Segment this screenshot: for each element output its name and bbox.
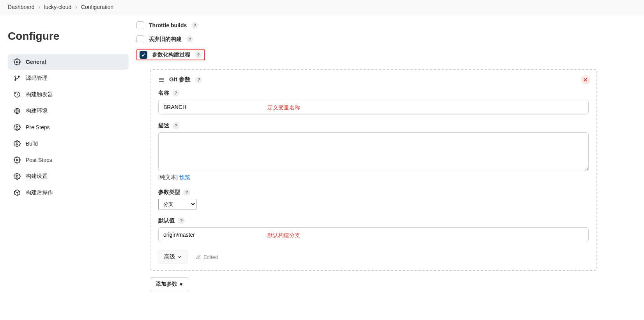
gear-icon xyxy=(13,140,21,148)
sidebar-item-general[interactable]: General xyxy=(8,54,129,70)
param-type-label: 参数类型 xyxy=(158,189,180,196)
sidebar-item-label: Pre Steps xyxy=(26,124,50,130)
svg-point-1 xyxy=(15,76,16,77)
help-icon[interactable]: ? xyxy=(195,51,202,58)
annotation-default: 默认构建分支 xyxy=(267,232,300,239)
discard-label: 丢弃旧的构建 xyxy=(149,36,182,43)
close-button[interactable]: ✕ xyxy=(581,75,590,84)
default-label: 默认值 xyxy=(158,217,175,224)
chevron-down-icon xyxy=(177,255,182,259)
pencil-icon xyxy=(196,254,201,260)
name-field-group: 名称 ? 定义变量名称 xyxy=(158,90,589,114)
git-param-panel: ✕ Git 参数 ? 名称 ? 定义变量名称 描述 ? xyxy=(150,69,597,271)
sidebar-item-label: 源码管理 xyxy=(26,75,48,82)
desc-field-group: 描述 ? [纯文本] 预览 xyxy=(158,122,589,181)
edited-text: Edited xyxy=(203,254,218,260)
sidebar: General 源码管理 构建触发器 构建环境 xyxy=(8,54,129,200)
default-field-group: 默认值 ? 默认构建分支 xyxy=(158,217,589,242)
sidebar-item-label: 构建后操作 xyxy=(26,189,53,196)
help-icon[interactable]: ? xyxy=(195,76,202,83)
breadcrumb-item-configuration[interactable]: Configuration xyxy=(81,4,113,10)
parameterize-label: 参数化构建过程 xyxy=(152,51,190,58)
svg-point-2 xyxy=(18,76,19,77)
edited-indicator: Edited xyxy=(196,254,218,260)
param-type-select[interactable]: 分支 xyxy=(158,199,196,209)
help-icon[interactable]: ? xyxy=(172,122,179,129)
desc-textarea[interactable] xyxy=(158,132,589,171)
svg-point-7 xyxy=(16,159,18,161)
option-parameterize: 参数化构建过程 ? xyxy=(136,46,597,63)
breadcrumb: Dashboard › lucky-cloud › Configuration xyxy=(0,0,644,14)
help-icon[interactable]: ? xyxy=(178,217,185,224)
sidebar-item-scm[interactable]: 源码管理 xyxy=(8,70,129,86)
sidebar-item-environment[interactable]: 构建环境 xyxy=(8,103,129,119)
highlight-box: 参数化构建过程 ? xyxy=(136,49,205,60)
sidebar-item-label: General xyxy=(26,59,46,65)
gear-icon xyxy=(13,58,21,66)
help-icon[interactable]: ? xyxy=(172,90,179,97)
help-icon[interactable]: ? xyxy=(183,189,190,196)
desc-label: 描述 xyxy=(158,122,169,129)
svg-point-8 xyxy=(16,176,18,178)
discard-checkbox[interactable] xyxy=(136,35,144,43)
breadcrumb-item-project[interactable]: lucky-cloud xyxy=(44,4,71,10)
caret-down-icon: ▾ xyxy=(180,281,182,287)
add-param-label: 添加参数 xyxy=(156,281,177,288)
sidebar-item-post-steps[interactable]: Post Steps xyxy=(8,152,129,168)
sidebar-item-label: Build xyxy=(26,141,38,147)
sidebar-item-label: Post Steps xyxy=(26,157,52,163)
add-param-button[interactable]: 添加参数 ▾ xyxy=(150,277,188,291)
plain-text-row: [纯文本] 预览 xyxy=(158,174,589,181)
page-title: Configure xyxy=(8,30,129,42)
sidebar-item-build-settings[interactable]: 构建设置 xyxy=(8,169,129,184)
throttle-label: Throttle builds xyxy=(149,22,187,28)
advanced-button[interactable]: 高级 xyxy=(158,250,188,264)
plain-text-prefix: [纯文本] xyxy=(158,174,179,180)
parameterize-checkbox[interactable] xyxy=(140,51,147,59)
box-icon xyxy=(13,189,21,197)
annotation-name: 定义变量名称 xyxy=(267,104,300,111)
branch-icon xyxy=(13,74,21,82)
breadcrumb-item-dashboard[interactable]: Dashboard xyxy=(8,4,35,10)
gear-icon xyxy=(13,172,21,180)
option-throttle: Throttle builds ? xyxy=(136,18,597,32)
drag-handle-icon[interactable] xyxy=(158,77,165,83)
sidebar-item-pre-steps[interactable]: Pre Steps xyxy=(8,120,129,135)
globe-icon xyxy=(13,107,21,115)
sidebar-item-build[interactable]: Build xyxy=(8,136,129,151)
name-label: 名称 xyxy=(158,90,169,97)
gear-icon xyxy=(13,156,21,164)
sidebar-item-label: 构建设置 xyxy=(26,173,48,180)
param-type-field-group: 参数类型 ? 分支 xyxy=(158,189,589,209)
chevron-right-icon: › xyxy=(39,4,41,10)
default-input[interactable] xyxy=(158,227,589,242)
preview-link[interactable]: 预览 xyxy=(179,174,190,180)
sidebar-item-label: 构建触发器 xyxy=(26,91,53,98)
help-icon[interactable]: ? xyxy=(191,22,198,29)
option-discard: 丢弃旧的构建 ? xyxy=(136,32,597,46)
help-icon[interactable]: ? xyxy=(186,36,193,43)
gear-icon xyxy=(13,123,21,131)
advanced-label: 高级 xyxy=(164,253,175,260)
throttle-checkbox[interactable] xyxy=(136,21,144,29)
svg-point-6 xyxy=(16,143,18,145)
panel-title: Git 参数 xyxy=(169,76,191,83)
svg-point-0 xyxy=(16,61,18,63)
sidebar-item-label: 构建环境 xyxy=(26,107,48,114)
sidebar-item-triggers[interactable]: 构建触发器 xyxy=(8,87,129,102)
svg-point-5 xyxy=(16,127,18,128)
sidebar-item-post-build[interactable]: 构建后操作 xyxy=(8,185,129,200)
clock-icon xyxy=(13,91,21,98)
chevron-right-icon: › xyxy=(75,4,77,10)
name-input[interactable] xyxy=(158,100,589,114)
